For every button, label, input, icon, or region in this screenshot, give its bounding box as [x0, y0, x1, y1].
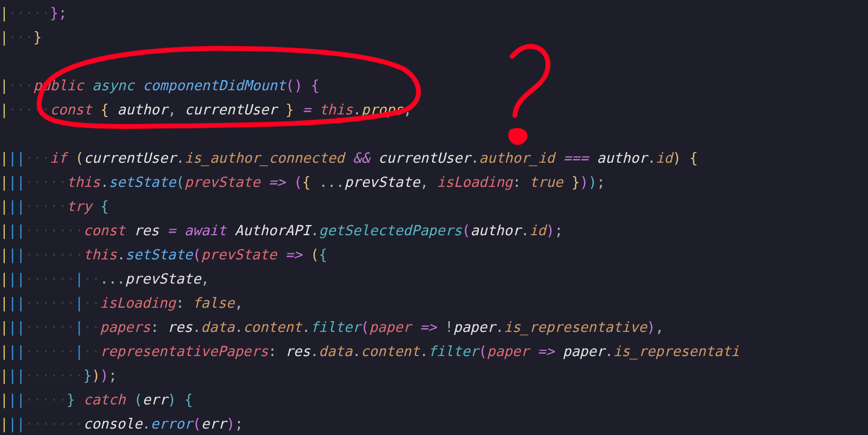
code-line[interactable]: |||·······console.error(err); — [0, 412, 740, 435]
token: id — [656, 146, 672, 170]
code-line[interactable]: |||···if (currentUser.is_author_connecte… — [0, 146, 740, 170]
token: ... — [319, 170, 345, 194]
token — [529, 339, 537, 364]
token: , — [201, 267, 210, 291]
code-editor[interactable]: |·····};|···}|···public async componentD… — [0, 0, 740, 435]
code-line[interactable]: |||·····this.setState(prevState => ({ ..… — [0, 170, 740, 194]
token: ( — [311, 243, 319, 267]
token: ; — [597, 170, 605, 194]
token: catch — [83, 388, 125, 412]
token: id — [529, 219, 546, 243]
code-line[interactable]: |···} — [0, 25, 740, 49]
token: } — [571, 170, 580, 194]
token: currentUser — [84, 146, 176, 170]
token: { — [101, 98, 109, 122]
code-line[interactable]: |||······|··isLoading: false, — [0, 291, 740, 315]
token: { — [184, 388, 193, 412]
token — [311, 170, 319, 194]
token: ( — [134, 388, 142, 412]
token — [176, 388, 185, 412]
token — [92, 194, 101, 219]
token — [126, 388, 134, 412]
token: ( — [193, 412, 202, 435]
token: author — [597, 146, 648, 170]
token: ) — [226, 412, 235, 435]
token: ( — [462, 219, 470, 243]
token: paper — [487, 339, 529, 364]
token: . — [302, 315, 311, 339]
code-line[interactable]: |||·····} catch (err) { — [0, 388, 740, 412]
token: } — [67, 388, 75, 412]
token: . — [605, 339, 613, 364]
code-line[interactable]: |||······|··...prevState, — [0, 267, 740, 291]
token: await — [184, 219, 226, 243]
token — [277, 243, 285, 267]
code-line[interactable]: |·····}; — [0, 1, 740, 25]
token: , — [420, 170, 429, 194]
token — [411, 315, 420, 339]
token: . — [521, 219, 529, 243]
token: , — [234, 291, 243, 315]
token: : — [150, 315, 159, 339]
token: ; — [404, 98, 412, 122]
code-line[interactable]: |||·······const res = await AuthorAPI.ge… — [0, 219, 740, 243]
token: ) — [580, 170, 589, 194]
token: { — [690, 146, 698, 170]
token: currentUser — [184, 98, 277, 122]
code-line[interactable] — [0, 49, 740, 74]
token: res — [134, 219, 159, 243]
token: . — [142, 412, 151, 435]
token — [92, 98, 101, 122]
code-line[interactable]: |||·······})); — [0, 364, 740, 388]
code-line[interactable]: |||······|··representativePapers: res.da… — [0, 339, 740, 364]
code-line[interactable]: |···public async componentDidMount() { — [0, 74, 740, 98]
token — [159, 219, 168, 243]
token — [428, 170, 437, 194]
token: console — [83, 412, 142, 435]
token: ( — [75, 146, 84, 170]
token: content — [361, 339, 420, 364]
token: async — [92, 74, 134, 98]
token — [75, 388, 84, 412]
token — [311, 98, 319, 122]
token: data — [319, 339, 353, 364]
token: err — [201, 412, 226, 435]
token: && — [353, 146, 370, 170]
token: props — [361, 98, 403, 122]
token: = — [168, 219, 176, 243]
token: => — [285, 243, 302, 267]
token: ( — [193, 243, 202, 267]
code-line[interactable]: |||·······this.setState(prevState => ({ — [0, 243, 740, 267]
token: => — [537, 339, 554, 364]
token — [370, 146, 378, 170]
token: . — [471, 146, 479, 170]
token: paper — [454, 315, 496, 339]
token: public — [33, 74, 84, 98]
token: res — [285, 339, 310, 364]
token: . — [496, 315, 504, 339]
token — [345, 146, 353, 170]
token: }; — [50, 1, 67, 25]
token: ( — [478, 339, 487, 364]
token: isLoading — [100, 291, 176, 315]
token: paper — [369, 315, 411, 339]
code-line[interactable]: |·····const { author, currentUser } = th… — [0, 98, 740, 122]
code-line[interactable]: |||·····try { — [0, 194, 740, 219]
token: filter — [428, 339, 479, 364]
token: . — [310, 339, 319, 364]
token: ) — [100, 364, 109, 388]
token: setState — [125, 243, 192, 267]
token: paper — [563, 339, 605, 364]
token: res — [167, 315, 192, 339]
code-line[interactable]: |||······|··papers: res.data.content.fil… — [0, 315, 740, 339]
token: . — [420, 339, 428, 364]
token — [159, 315, 168, 339]
token: . — [311, 219, 319, 243]
code-line[interactable] — [0, 122, 740, 146]
token — [125, 219, 134, 243]
token: is_representative — [504, 315, 647, 339]
token: componentDidMount — [143, 74, 286, 98]
token: ) — [672, 146, 681, 170]
token: false — [192, 291, 234, 315]
token: , — [168, 98, 176, 122]
